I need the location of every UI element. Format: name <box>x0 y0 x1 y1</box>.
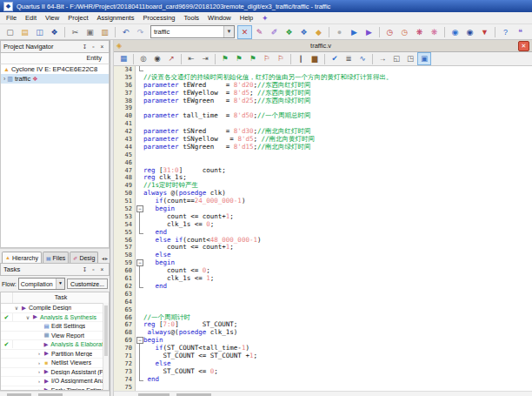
stop-icon[interactable]: ● <box>332 25 347 39</box>
open-project-icon[interactable]: ❖ <box>47 25 62 39</box>
pin-icon[interactable]: ↧ <box>81 43 89 50</box>
start-compilation-icon[interactable]: ▶ <box>347 25 362 39</box>
device-tree-item[interactable]: ▲ Cyclone IV E: EP4CE6E22C8 <box>1 64 109 74</box>
file-settings-icon[interactable]: ▦ <box>116 52 130 65</box>
line-count-icon[interactable]: ≣ <box>342 52 356 65</box>
fold-box-icon[interactable]: − <box>136 259 143 267</box>
insert-template-icon[interactable]: ❙ <box>294 52 308 65</box>
code-line[interactable]: 60 count <= 0; <box>114 267 532 275</box>
menu-item-project[interactable]: Project <box>63 13 92 23</box>
menu-item-file[interactable]: File <box>2 13 21 23</box>
task-row[interactable]: ✔∨▶Analysis & Synthesis <box>1 313 109 323</box>
code-line[interactable]: 46 <box>114 159 532 167</box>
code-line[interactable]: 62 end <box>114 283 532 291</box>
document-title[interactable]: traffic.v <box>123 42 518 50</box>
talkback-icon[interactable]: ❝ <box>513 25 528 39</box>
undo-icon[interactable]: ↶ <box>118 25 133 39</box>
flow-combobox[interactable]: Compilation ▼ <box>18 278 65 290</box>
menu-item-processing[interactable]: Processing <box>138 13 179 23</box>
redo-icon[interactable]: ↷ <box>133 25 148 39</box>
simulator-icon[interactable]: ◷ <box>397 25 412 39</box>
code-line[interactable]: 68 always@(posedge clk_1s) <box>114 329 532 337</box>
code-line[interactable]: 50always @(posedge clk) <box>114 190 532 198</box>
timing-analyzer-icon[interactable]: ✐ <box>267 25 282 39</box>
fold-collapse-icon[interactable]: − <box>136 205 143 212</box>
fold-box-icon[interactable]: − <box>136 205 143 213</box>
code-line[interactable]: 69−begin <box>114 337 532 345</box>
timequest-icon[interactable]: ◷ <box>382 25 397 39</box>
code-line[interactable]: 45 <box>114 151 532 159</box>
pin-icon[interactable]: ↧ <box>81 265 89 273</box>
task-row[interactable]: ∨▶Compile Design <box>1 304 109 313</box>
find-replace-icon[interactable]: ◉ <box>150 52 164 65</box>
code-line[interactable]: 40parameter tall_time = 8'd50;//一个周期总时间 <box>114 112 532 120</box>
entity-column-header[interactable]: Entity <box>0 53 110 64</box>
code-line[interactable]: 48reg clk_1s; <box>114 174 532 182</box>
code-line[interactable]: 61 clk_1s <= 1; <box>114 275 532 283</box>
close-document-icon[interactable]: ✕ <box>518 41 529 51</box>
start-analysis-icon[interactable]: ▶ <box>362 25 376 39</box>
fold-collapse-icon[interactable]: − <box>136 259 143 266</box>
task-row[interactable]: ›■Netlist Viewers <box>1 359 109 368</box>
code-line[interactable]: 56 else if(count<48_000_000-1) <box>114 237 532 245</box>
new-file-icon[interactable]: ▢ <box>3 25 17 39</box>
assignment-editor-icon[interactable]: ✎ <box>252 25 267 39</box>
code-line[interactable]: 75 <box>114 384 532 391</box>
chevron-down-icon[interactable]: ▼ <box>223 26 234 37</box>
next-bookmark-icon[interactable]: ⚑ <box>246 52 260 65</box>
programmer-icon[interactable]: ▼ <box>477 25 492 39</box>
chevron-right-icon[interactable]: › <box>36 387 43 390</box>
rtl-viewer-icon[interactable]: ❋ <box>412 25 427 39</box>
float-icon[interactable]: ▫ <box>90 43 97 50</box>
tab-desig[interactable]: ✐Desig <box>70 252 98 263</box>
code-line[interactable]: 65 <box>114 306 532 314</box>
task-row[interactable]: ›▶Partition Merge <box>1 350 109 359</box>
goto-icon[interactable]: ↗ <box>164 52 178 65</box>
code-line[interactable]: 66//一个周期计时 <box>114 314 532 322</box>
code-line[interactable]: 44parameter tSNgreen = 8'd15;//南北向绿灯时间 <box>114 144 532 151</box>
talkback-icon[interactable]: ✦ <box>257 11 272 25</box>
close-icon[interactable]: × <box>98 265 106 273</box>
increase-indent-icon[interactable]: ⇥ <box>198 52 212 65</box>
toggle-bookmark-icon[interactable]: ⚑ <box>218 52 232 65</box>
settings-icon[interactable]: ❖ <box>282 25 296 39</box>
detach-window-icon[interactable]: ◳ <box>403 52 417 65</box>
close-icon[interactable]: × <box>98 43 106 50</box>
chevron-down-icon[interactable]: ▼ <box>56 279 64 289</box>
tab-files[interactable]: ▤Files <box>43 252 69 263</box>
fold-collapse-icon[interactable]: − <box>136 337 143 344</box>
code-line[interactable]: 64 <box>114 299 532 306</box>
assembler-icon[interactable]: ◉ <box>448 25 462 39</box>
code-line[interactable]: 43parameter tSNyellow = 8'd5; //南北向黄灯时间 <box>114 136 532 144</box>
chevron-right-icon[interactable]: › <box>3 75 5 83</box>
chevron-down-icon[interactable]: ∨ <box>13 305 20 311</box>
tasks-horizontal-scrollbar[interactable] <box>0 391 110 396</box>
code-line[interactable]: 36parameter tEWred = 8'd20;//东西向红灯时间 <box>114 82 532 90</box>
help-icon[interactable]: ? <box>498 25 513 39</box>
float-icon[interactable]: ▫ <box>90 265 97 273</box>
task-row[interactable]: ›▶Design Assistant (Pos <box>1 368 109 378</box>
tab-hierarchy[interactable]: ▲Hierarchy <box>2 252 42 263</box>
pin-planner-icon[interactable]: ✕ <box>237 25 252 39</box>
code-line[interactable]: 55 end <box>114 229 532 237</box>
code-line[interactable]: 41 <box>114 120 532 128</box>
menu-item-view[interactable]: View <box>41 13 63 23</box>
tree-item-traffic[interactable]: › ▥ traffic ❖ <box>1 74 109 84</box>
editor-horizontal-scrollbar[interactable] <box>114 391 532 396</box>
maximize-editor-icon[interactable]: ▣ <box>417 52 431 65</box>
task-row[interactable]: ▤Edit Settings <box>1 322 109 332</box>
code-line[interactable]: 52− begin <box>114 205 532 213</box>
tech-map-viewer-icon[interactable]: ❋ <box>427 25 442 39</box>
chevron-down-icon[interactable]: ∨ <box>24 314 31 320</box>
menu-item-edit[interactable]: Edit <box>21 13 41 23</box>
save-icon[interactable]: ◫ <box>32 25 47 39</box>
code-line[interactable]: 70 if(ST_COUNT<tall_time-1) <box>114 345 532 352</box>
customize-button[interactable]: Customize... <box>67 279 108 289</box>
delete-all-bookmarks-icon[interactable]: ⚐ <box>274 52 288 65</box>
tab-scroll-left-icon[interactable]: ◂ <box>102 255 104 261</box>
code-line[interactable]: 73 ST_COUNT <= 0; <box>114 368 532 376</box>
code-line[interactable]: 35//设置各交通灯的持续时间初始化值，红灯的值由另一个方向的黄灯和绿灯计算得出… <box>114 74 532 82</box>
chevron-right-icon[interactable]: › <box>36 369 43 374</box>
tasks-vertical-scrollbar[interactable] <box>103 303 109 390</box>
find-icon[interactable]: ◎ <box>136 52 150 65</box>
